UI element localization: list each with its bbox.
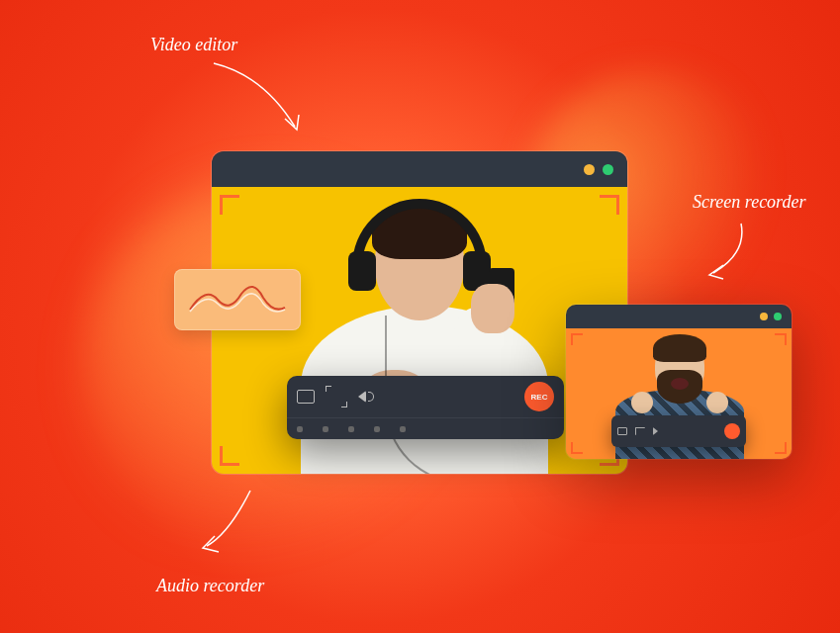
window-minimize-dot[interactable] (760, 313, 768, 320)
crop-corner-icon[interactable] (775, 442, 787, 454)
screen-icon[interactable] (297, 390, 315, 404)
recording-toolbar: REC (287, 376, 564, 439)
toolbar-option[interactable] (400, 426, 406, 432)
toolbar-option[interactable] (297, 426, 303, 432)
crop-corner-icon[interactable] (600, 195, 619, 215)
crop-corner-icon[interactable] (571, 442, 583, 454)
fullscreen-icon[interactable] (635, 427, 645, 435)
window-titlebar (212, 151, 627, 187)
toolbar-option[interactable] (374, 426, 380, 432)
crop-corner-icon[interactable] (775, 333, 787, 345)
window-content (566, 328, 792, 459)
audio-waveform-card (174, 269, 301, 330)
crop-corner-icon[interactable] (571, 333, 583, 345)
record-button[interactable]: REC (524, 382, 554, 411)
screen-icon[interactable] (617, 427, 627, 435)
window-maximize-dot[interactable] (603, 164, 613, 175)
video-editor-label: Video editor (150, 35, 237, 55)
screen-recorder-window (566, 305, 792, 459)
arrow-icon (204, 55, 313, 144)
window-titlebar (566, 305, 792, 328)
fullscreen-icon[interactable] (328, 389, 344, 405)
arrow-icon (193, 485, 262, 564)
waveform-icon (188, 280, 287, 319)
window-maximize-dot[interactable] (774, 313, 782, 320)
toolbar-option[interactable] (348, 426, 354, 432)
toolbar-option[interactable] (323, 426, 328, 432)
sound-icon[interactable] (653, 427, 658, 435)
toolbar-bottom-row (287, 417, 564, 439)
crop-corner-icon[interactable] (220, 446, 239, 466)
screen-recorder-label: Screen recorder (693, 192, 805, 213)
crop-corner-icon[interactable] (220, 195, 239, 215)
audio-recorder-label: Audio recorder (156, 576, 264, 596)
arrow-icon (696, 218, 755, 287)
recording-toolbar-small (611, 415, 746, 447)
record-button[interactable] (724, 423, 740, 439)
sound-icon[interactable] (358, 391, 366, 403)
window-minimize-dot[interactable] (584, 164, 595, 175)
